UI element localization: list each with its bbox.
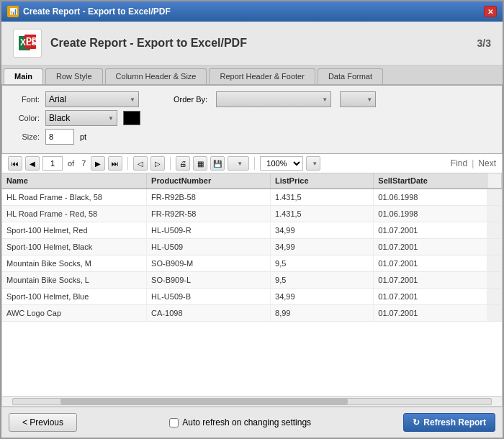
order-by-select[interactable] [216,91,331,107]
cell-name: Sport-100 Helmet, Red [2,222,147,239]
tab-bar: Main Row Style Column Header & Size Repo… [1,65,503,85]
tab-data-format[interactable]: Data Format [318,68,383,84]
header-title: Create Report - Export to Excel/PDF [50,37,247,50]
first-page-button[interactable]: ⏮ [8,156,22,171]
col-header-list-price: ListPrice [271,173,374,189]
horizontal-scrollbar[interactable] [2,396,502,406]
h-scroll-thumb[interactable] [60,399,347,404]
cell-sell-start-date: 01.06.1998 [374,189,487,206]
window-title: Create Report - Export to Excel/PDF [23,6,171,17]
color-label: Color: [11,114,40,122]
cell-product-number: HL-U509 [147,239,271,255]
next-link[interactable]: Next [478,158,496,168]
next-page-button[interactable]: ▶ [91,156,105,171]
cell-list-price: 34,99 [271,239,374,255]
tab-row-style[interactable]: Row Style [45,68,103,84]
header-row: Name ProductNumber ListPrice SellStartDa… [2,173,502,189]
zoom-select[interactable]: 100% 75% 50% 125% 150% [260,156,303,171]
cell-product-number: CA-1098 [147,305,271,322]
cell-product-number: HL-U509-B [147,289,271,305]
data-area: Name ProductNumber ListPrice SellStartDa… [1,173,503,407]
tab-column-header[interactable]: Column Header & Size [105,68,207,84]
font-select[interactable]: Arial [45,91,139,107]
header-page: 3/3 [477,37,491,49]
table-row: Mountain Bike Socks, MSO-B909-M9,501.07.… [2,255,502,272]
col-header-product-number: ProductNumber [147,173,271,189]
export-button[interactable]: 💾 [210,156,225,171]
cell-sell-start-date: 01.07.2001 [374,272,487,289]
cell-list-price: 1.431,5 [271,206,374,222]
cell-sell-start-date: 01.07.2001 [374,255,487,272]
cell-list-price: 9,5 [271,255,374,272]
refresh-label: Refresh Report [423,417,486,427]
cell-name: HL Road Frame - Black, 58 [2,189,147,206]
last-page-button[interactable]: ⏭ [108,156,122,171]
dialog-header: XLS PDF Create Report - Export to Excel/… [1,22,503,65]
cell-product-number: SO-B909-M [147,255,271,272]
tab-main[interactable]: Main [4,68,43,84]
cell-list-price: 34,99 [271,289,374,305]
order-direction-select[interactable] [340,91,376,107]
forward-button[interactable]: ▷ [150,156,165,171]
auto-refresh-checkbox[interactable] [169,418,179,427]
font-value: Arial [49,94,66,104]
dialog-footer: < Previous Auto refresh on changing sett… [1,407,503,438]
color-row: Color: Black [11,110,493,126]
color-swatch[interactable] [123,111,140,125]
cell-product-number: HL-U509-R [147,222,271,239]
prev-page-button[interactable]: ◀ [25,156,40,171]
zoom-dropdown-button[interactable] [306,156,320,171]
find-separator: | [472,158,474,168]
table-header: Name ProductNumber ListPrice SellStartDa… [2,173,502,189]
window-icon: 📊 [7,6,19,17]
col-header-sell-start-date: SellStartDate [374,173,487,189]
color-select[interactable]: Black [45,110,117,126]
scrollbar-spacer [487,173,501,189]
toolbar-separator-2 [170,157,171,170]
cell-sell-start-date: 01.07.2001 [374,305,487,322]
size-input[interactable]: 8 [45,129,74,145]
back-button[interactable]: ◁ [133,156,148,171]
print-button[interactable]: 🖨 [176,156,190,171]
table-container[interactable]: Name ProductNumber ListPrice SellStartDa… [2,173,502,396]
cell-list-price: 9,5 [271,272,374,289]
data-table: Name ProductNumber ListPrice SellStartDa… [2,173,502,322]
tab-report-header[interactable]: Report Header & Footer [209,68,315,84]
h-scroll-track[interactable] [12,398,492,405]
page-of-text: of [66,159,76,168]
cell-sell-start-date: 01.07.2001 [374,239,487,255]
cell-list-price: 1.431,5 [271,189,374,206]
table-row: HL Road Frame - Red, 58FR-R92R-581.431,5… [2,206,502,222]
pt-label: pt [80,132,86,141]
size-row: Size: 8 pt [11,129,493,145]
cell-name: HL Road Frame - Red, 58 [2,206,147,222]
page-number-input[interactable] [42,156,63,171]
layout-button[interactable]: ▦ [193,156,207,171]
tab-main-content: Font: Arial Order By: Color: Black Size:… [1,85,503,154]
cell-sell-start-date: 01.07.2001 [374,289,487,305]
cell-product-number: FR-R92R-58 [147,206,271,222]
font-label: Font: [11,95,40,104]
find-link[interactable]: Find [451,158,467,168]
cell-sell-start-date: 01.06.1998 [374,206,487,222]
title-bar: 📊 Create Report - Export to Excel/PDF ✕ [1,1,503,22]
table-row: AWC Logo CapCA-10988,9901.07.2001 [2,305,502,322]
cell-name: Sport-100 Helmet, Blue [2,289,147,305]
toolbar-separator-1 [127,157,128,170]
cell-name: Mountain Bike Socks, M [2,255,147,272]
cell-name: AWC Logo Cap [2,305,147,322]
color-value: Black [49,113,70,123]
close-button[interactable]: ✕ [484,6,497,17]
export-dropdown-button[interactable] [228,156,249,171]
cell-name: Mountain Bike Socks, L [2,272,147,289]
table-row: Mountain Bike Socks, LSO-B909-L9,501.07.… [2,272,502,289]
header-title-area: XLS PDF Create Report - Export to Excel/… [13,29,247,58]
refresh-report-button[interactable]: ↻ Refresh Report [403,413,495,432]
find-area: Find | Next [451,158,496,168]
cell-list-price: 34,99 [271,222,374,239]
page-total-text: 7 [79,159,88,168]
toolbar-separator-3 [254,157,255,170]
header-icon: XLS PDF [13,29,42,58]
previous-button[interactable]: < Previous [9,413,77,432]
cell-product-number: FR-R92B-58 [147,189,271,206]
